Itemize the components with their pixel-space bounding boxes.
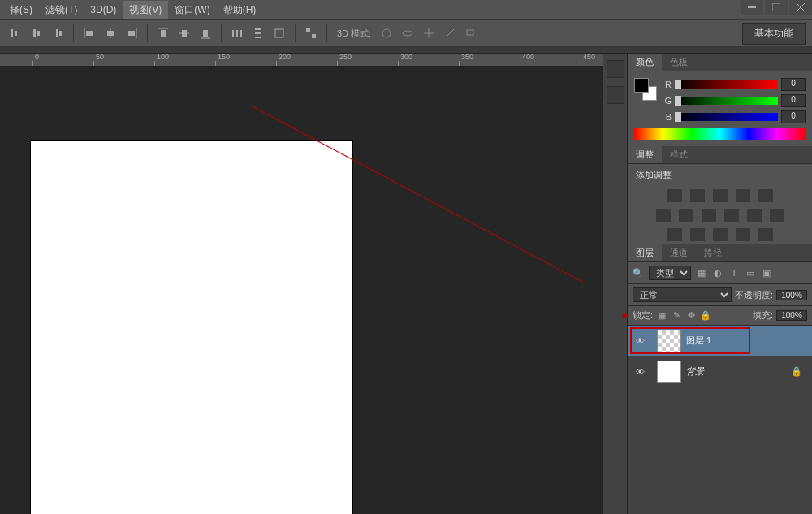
minimize-button[interactable] [741, 0, 763, 15]
document-canvas[interactable] [31, 141, 352, 514]
align-center-h-icon[interactable] [102, 24, 119, 42]
distribute-3-icon[interactable] [270, 24, 288, 42]
svg-rect-21 [203, 30, 208, 37]
g-slider[interactable] [675, 97, 778, 105]
filter-type-icon[interactable]: T [728, 267, 740, 279]
workspace-essentials-button[interactable]: 基本功能 [742, 23, 806, 45]
align-right-icon[interactable] [123, 24, 140, 42]
vibrance-icon[interactable] [758, 189, 773, 202]
annotation-arrow-head: ► [620, 309, 632, 322]
layer-list: 👁 图层 1 👁 背景 🔒 [628, 326, 812, 514]
gradient-map-icon[interactable] [736, 228, 750, 241]
lock-pixels-icon[interactable]: ✎ [671, 310, 682, 322]
posterize-icon[interactable] [690, 228, 705, 241]
tab-adjustments[interactable]: 调整 [628, 146, 662, 163]
3d-zoom-icon[interactable] [462, 24, 480, 42]
align-bottom-icon[interactable] [197, 24, 214, 42]
distribute-h-icon[interactable] [228, 24, 246, 42]
auto-align-icon[interactable] [302, 24, 320, 42]
visibility-eye-icon[interactable]: 👁 [636, 367, 645, 377]
layer-item-layer1[interactable]: 👁 图层 1 [628, 326, 812, 356]
layers-panel: 🔍 类型 ▦ ◐ T ▭ ▣ 正常 不透明度: 100% 锁定: ▦ ✎ ✥ [628, 262, 812, 514]
tab-layers[interactable]: 图层 [628, 244, 662, 261]
r-value[interactable]: 0 [781, 78, 806, 91]
g-label: G [662, 96, 672, 106]
align-left-icon[interactable] [80, 24, 98, 42]
menubar: 择(S) 滤镜(T) 3D(D) 视图(V) 窗口(W) 帮助(H) [0, 0, 812, 19]
photo-filter-icon[interactable] [724, 209, 739, 222]
spectrum-ramp[interactable] [634, 128, 806, 140]
svg-rect-0 [748, 6, 756, 8]
b-value[interactable]: 0 [781, 110, 806, 123]
3d-rotate-icon[interactable] [378, 24, 395, 42]
tab-swatches[interactable]: 色板 [662, 54, 696, 71]
menu-view[interactable]: 视图(V) [123, 1, 168, 19]
menu-filter[interactable]: 滤镜(T) [39, 1, 84, 19]
lock-position-icon[interactable]: ✥ [685, 310, 697, 322]
exposure-icon[interactable] [736, 189, 750, 202]
svg-rect-13 [107, 31, 114, 36]
menu-help[interactable]: 帮助(H) [217, 1, 263, 19]
b-slider[interactable] [675, 113, 778, 121]
align-btn-2[interactable] [28, 24, 45, 42]
filter-smart-icon[interactable]: ▣ [761, 267, 772, 279]
maximize-button[interactable] [765, 0, 788, 15]
fill-field[interactable]: 100% [776, 310, 807, 321]
filter-shape-icon[interactable]: ▭ [745, 267, 756, 279]
lock-icon: 🔒 [791, 366, 802, 377]
curves-icon[interactable] [713, 189, 728, 202]
layer-filter-type[interactable]: 类型 [649, 266, 691, 280]
brightness-icon[interactable] [667, 189, 682, 202]
menu-select[interactable]: 择(S) [3, 1, 39, 19]
canvas-area[interactable]: 0 50 100 150 200 250 300 350 400 450 [0, 54, 603, 514]
lock-all-icon[interactable]: 🔒 [700, 310, 711, 322]
menu-window[interactable]: 窗口(W) [168, 1, 216, 19]
levels-icon[interactable] [690, 189, 705, 202]
3d-roll-icon[interactable] [399, 24, 417, 42]
filter-adjust-icon[interactable]: ◐ [712, 267, 723, 279]
r-slider[interactable] [675, 80, 778, 89]
layer-thumbnail[interactable] [657, 361, 681, 383]
layer-name[interactable]: 图层 1 [686, 335, 711, 347]
foreground-color-swatch[interactable] [634, 78, 649, 93]
align-middle-icon[interactable] [175, 24, 193, 42]
3d-slide-icon[interactable] [441, 24, 459, 42]
menu-3d[interactable]: 3D(D) [84, 2, 123, 18]
svg-rect-17 [161, 30, 166, 37]
color-balance-icon[interactable] [679, 209, 693, 222]
threshold-icon[interactable] [713, 228, 728, 241]
blend-mode-select[interactable]: 正常 [633, 287, 732, 302]
hue-sat-icon[interactable] [656, 209, 671, 222]
horizontal-ruler: 0 50 100 150 200 250 300 350 400 450 [0, 54, 603, 67]
lookup-icon[interactable] [770, 209, 784, 222]
channel-mixer-icon[interactable] [747, 209, 762, 222]
filter-pixel-icon[interactable]: ▦ [696, 267, 707, 279]
tab-color[interactable]: 颜色 [628, 54, 662, 71]
tab-styles[interactable]: 样式 [662, 146, 696, 163]
svg-rect-29 [306, 28, 310, 32]
fill-label: 填充: [753, 309, 773, 322]
g-value[interactable]: 0 [781, 94, 806, 107]
align-btn-1[interactable] [6, 24, 24, 42]
opacity-field[interactable]: 100% [776, 290, 807, 300]
layer-name[interactable]: 背景 [686, 365, 704, 378]
svg-rect-8 [56, 29, 58, 37]
rail-btn-2[interactable] [607, 86, 624, 104]
tab-channels[interactable]: 通道 [662, 244, 696, 261]
rail-btn-1[interactable] [607, 60, 624, 78]
bw-icon[interactable] [702, 209, 716, 222]
invert-icon[interactable] [667, 228, 682, 241]
tab-paths[interactable]: 路径 [696, 244, 730, 261]
align-btn-3[interactable] [49, 24, 67, 42]
layer-item-background[interactable]: 👁 背景 🔒 [628, 356, 812, 387]
visibility-eye-icon[interactable]: 👁 [636, 336, 645, 346]
distribute-v-icon[interactable] [249, 24, 267, 42]
align-top-icon[interactable] [154, 24, 172, 42]
fg-bg-swatches[interactable] [634, 78, 657, 101]
lock-transparency-icon[interactable]: ▦ [656, 310, 667, 322]
svg-rect-24 [240, 30, 242, 37]
layer-thumbnail[interactable] [657, 330, 681, 352]
selective-color-icon[interactable] [758, 228, 773, 241]
close-button[interactable] [789, 0, 812, 15]
3d-pan-icon[interactable] [420, 24, 438, 42]
